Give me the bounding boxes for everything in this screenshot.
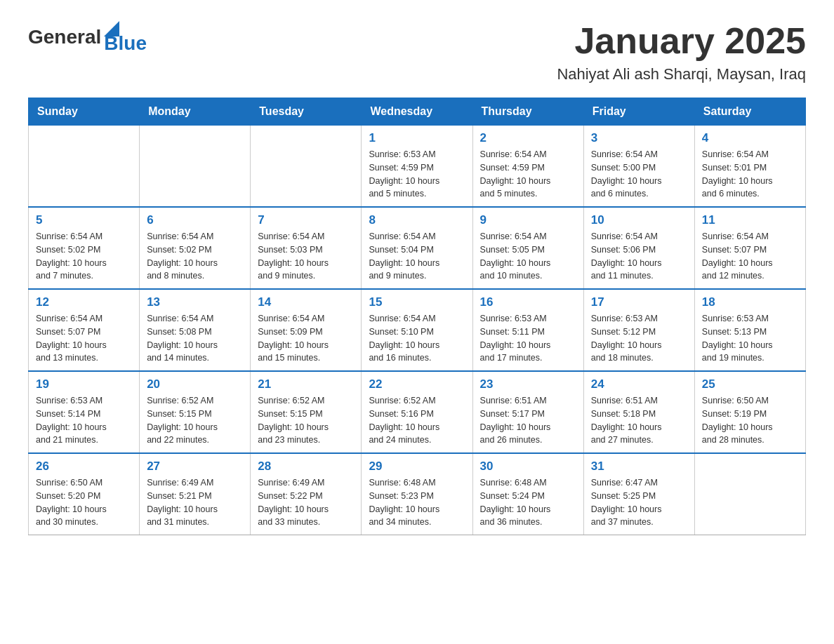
calendar-table: SundayMondayTuesdayWednesdayThursdayFrid… — [28, 98, 806, 535]
day-info: Sunrise: 6:54 AM Sunset: 5:07 PM Dayligh… — [36, 312, 132, 365]
day-number: 26 — [36, 459, 132, 474]
calendar-cell: 12Sunrise: 6:54 AM Sunset: 5:07 PM Dayli… — [29, 289, 140, 371]
calendar-cell: 29Sunrise: 6:48 AM Sunset: 5:23 PM Dayli… — [362, 453, 472, 535]
calendar-cell: 11Sunrise: 6:54 AM Sunset: 5:07 PM Dayli… — [694, 207, 805, 289]
day-info: Sunrise: 6:50 AM Sunset: 5:19 PM Dayligh… — [702, 394, 798, 447]
calendar-cell: 1Sunrise: 6:53 AM Sunset: 4:59 PM Daylig… — [362, 126, 472, 208]
calendar-header-friday: Friday — [583, 98, 694, 126]
calendar-header-monday: Monday — [140, 98, 251, 126]
calendar-week-row: 12Sunrise: 6:54 AM Sunset: 5:07 PM Dayli… — [29, 289, 806, 371]
calendar-header-tuesday: Tuesday — [251, 98, 362, 126]
day-number: 30 — [480, 459, 576, 474]
calendar-cell: 25Sunrise: 6:50 AM Sunset: 5:19 PM Dayli… — [694, 371, 805, 453]
calendar-cell: 31Sunrise: 6:47 AM Sunset: 5:25 PM Dayli… — [583, 453, 694, 535]
day-number: 7 — [258, 213, 354, 227]
calendar-cell: 4Sunrise: 6:54 AM Sunset: 5:01 PM Daylig… — [694, 126, 805, 208]
calendar-cell: 16Sunrise: 6:53 AM Sunset: 5:11 PM Dayli… — [472, 289, 583, 371]
calendar-cell — [29, 126, 140, 208]
calendar-cell: 3Sunrise: 6:54 AM Sunset: 5:00 PM Daylig… — [583, 126, 694, 208]
day-number: 12 — [36, 295, 132, 309]
day-number: 20 — [147, 377, 243, 391]
calendar-cell: 27Sunrise: 6:49 AM Sunset: 5:21 PM Dayli… — [140, 453, 251, 535]
page-header: General Blue January 2025 Nahiyat Ali as… — [28, 21, 806, 83]
calendar-header-saturday: Saturday — [694, 98, 805, 126]
logo-text-blue: Blue — [104, 34, 147, 53]
calendar-cell: 18Sunrise: 6:53 AM Sunset: 5:13 PM Dayli… — [694, 289, 805, 371]
day-info: Sunrise: 6:47 AM Sunset: 5:25 PM Dayligh… — [591, 476, 687, 529]
day-info: Sunrise: 6:54 AM Sunset: 5:06 PM Dayligh… — [591, 230, 687, 283]
calendar-header-sunday: Sunday — [29, 98, 140, 126]
calendar-header-thursday: Thursday — [472, 98, 583, 126]
calendar-cell: 7Sunrise: 6:54 AM Sunset: 5:03 PM Daylig… — [251, 207, 362, 289]
logo-text-general: General — [28, 26, 101, 48]
calendar-cell: 14Sunrise: 6:54 AM Sunset: 5:09 PM Dayli… — [251, 289, 362, 371]
calendar-cell: 21Sunrise: 6:52 AM Sunset: 5:15 PM Dayli… — [251, 371, 362, 453]
calendar-cell: 26Sunrise: 6:50 AM Sunset: 5:20 PM Dayli… — [29, 453, 140, 535]
day-info: Sunrise: 6:52 AM Sunset: 5:15 PM Dayligh… — [147, 394, 243, 447]
title-area: January 2025 Nahiyat Ali ash Sharqi, May… — [557, 21, 806, 83]
day-number: 25 — [702, 377, 798, 391]
day-number: 4 — [702, 131, 798, 145]
day-number: 8 — [369, 213, 465, 227]
day-number: 18 — [702, 295, 798, 309]
calendar-cell: 8Sunrise: 6:54 AM Sunset: 5:04 PM Daylig… — [362, 207, 472, 289]
day-number: 3 — [591, 131, 687, 145]
day-info: Sunrise: 6:54 AM Sunset: 5:07 PM Dayligh… — [702, 230, 798, 283]
day-info: Sunrise: 6:51 AM Sunset: 5:17 PM Dayligh… — [480, 394, 576, 447]
calendar-cell: 17Sunrise: 6:53 AM Sunset: 5:12 PM Dayli… — [583, 289, 694, 371]
calendar-header-row: SundayMondayTuesdayWednesdayThursdayFrid… — [29, 98, 806, 126]
day-info: Sunrise: 6:48 AM Sunset: 5:23 PM Dayligh… — [369, 476, 465, 529]
calendar-cell — [251, 126, 362, 208]
day-number: 23 — [480, 377, 576, 391]
calendar-cell: 30Sunrise: 6:48 AM Sunset: 5:24 PM Dayli… — [472, 453, 583, 535]
calendar-cell: 19Sunrise: 6:53 AM Sunset: 5:14 PM Dayli… — [29, 371, 140, 453]
day-info: Sunrise: 6:49 AM Sunset: 5:21 PM Dayligh… — [147, 476, 243, 529]
day-info: Sunrise: 6:54 AM Sunset: 5:02 PM Dayligh… — [36, 230, 132, 283]
day-number: 1 — [369, 131, 465, 145]
day-number: 22 — [369, 377, 465, 391]
calendar-cell — [140, 126, 251, 208]
day-info: Sunrise: 6:54 AM Sunset: 5:05 PM Dayligh… — [480, 230, 576, 283]
calendar-week-row: 26Sunrise: 6:50 AM Sunset: 5:20 PM Dayli… — [29, 453, 806, 535]
day-number: 6 — [147, 213, 243, 227]
calendar-cell: 5Sunrise: 6:54 AM Sunset: 5:02 PM Daylig… — [29, 207, 140, 289]
day-info: Sunrise: 6:54 AM Sunset: 5:00 PM Dayligh… — [591, 148, 687, 201]
day-info: Sunrise: 6:54 AM Sunset: 5:03 PM Dayligh… — [258, 230, 354, 283]
logo: General Blue — [28, 21, 147, 53]
day-number: 2 — [480, 131, 576, 145]
day-info: Sunrise: 6:54 AM Sunset: 5:02 PM Dayligh… — [147, 230, 243, 283]
day-number: 19 — [36, 377, 132, 391]
month-title: January 2025 — [557, 21, 806, 61]
day-number: 24 — [591, 377, 687, 391]
day-number: 17 — [591, 295, 687, 309]
calendar-cell: 13Sunrise: 6:54 AM Sunset: 5:08 PM Dayli… — [140, 289, 251, 371]
day-info: Sunrise: 6:52 AM Sunset: 5:15 PM Dayligh… — [258, 394, 354, 447]
day-number: 14 — [258, 295, 354, 309]
calendar-week-row: 19Sunrise: 6:53 AM Sunset: 5:14 PM Dayli… — [29, 371, 806, 453]
day-info: Sunrise: 6:54 AM Sunset: 5:08 PM Dayligh… — [147, 312, 243, 365]
day-number: 28 — [258, 459, 354, 474]
day-number: 31 — [591, 459, 687, 474]
day-number: 15 — [369, 295, 465, 309]
day-info: Sunrise: 6:54 AM Sunset: 5:04 PM Dayligh… — [369, 230, 465, 283]
calendar-cell: 10Sunrise: 6:54 AM Sunset: 5:06 PM Dayli… — [583, 207, 694, 289]
calendar-cell: 6Sunrise: 6:54 AM Sunset: 5:02 PM Daylig… — [140, 207, 251, 289]
day-info: Sunrise: 6:54 AM Sunset: 5:09 PM Dayligh… — [258, 312, 354, 365]
day-info: Sunrise: 6:51 AM Sunset: 5:18 PM Dayligh… — [591, 394, 687, 447]
day-info: Sunrise: 6:50 AM Sunset: 5:20 PM Dayligh… — [36, 476, 132, 529]
day-number: 5 — [36, 213, 132, 227]
calendar-cell: 22Sunrise: 6:52 AM Sunset: 5:16 PM Dayli… — [362, 371, 472, 453]
calendar-cell — [694, 453, 805, 535]
calendar-cell: 23Sunrise: 6:51 AM Sunset: 5:17 PM Dayli… — [472, 371, 583, 453]
day-number: 21 — [258, 377, 354, 391]
calendar-cell: 15Sunrise: 6:54 AM Sunset: 5:10 PM Dayli… — [362, 289, 472, 371]
calendar-cell: 24Sunrise: 6:51 AM Sunset: 5:18 PM Dayli… — [583, 371, 694, 453]
calendar-week-row: 1Sunrise: 6:53 AM Sunset: 4:59 PM Daylig… — [29, 126, 806, 208]
calendar-cell: 9Sunrise: 6:54 AM Sunset: 5:05 PM Daylig… — [472, 207, 583, 289]
day-info: Sunrise: 6:49 AM Sunset: 5:22 PM Dayligh… — [258, 476, 354, 529]
day-number: 9 — [480, 213, 576, 227]
day-number: 11 — [702, 213, 798, 227]
day-info: Sunrise: 6:53 AM Sunset: 5:11 PM Dayligh… — [480, 312, 576, 365]
calendar-cell: 2Sunrise: 6:54 AM Sunset: 4:59 PM Daylig… — [472, 126, 583, 208]
day-info: Sunrise: 6:53 AM Sunset: 5:12 PM Dayligh… — [591, 312, 687, 365]
